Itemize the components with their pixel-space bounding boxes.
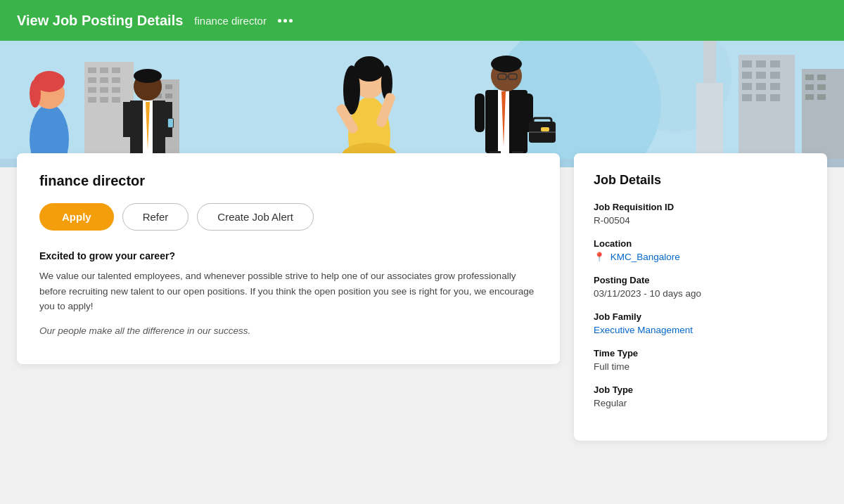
requisition-id-item: Job Requisition ID R-00504 [594,202,807,226]
svg-rect-9 [112,77,120,83]
svg-rect-12 [112,87,120,93]
job-family-item: Job Family Executive Management [594,311,807,335]
section-heading: Excited to grow your career? [39,250,537,261]
svg-rect-6 [112,67,120,73]
svg-rect-37 [756,94,766,101]
job-description-panel: finance director Apply Refer Create Job … [17,153,560,364]
time-type-label: Time Type [594,348,807,358]
svg-point-51 [30,79,41,108]
section-italic-text: Our people make all the difference in ou… [39,325,537,336]
svg-rect-35 [770,83,780,90]
svg-rect-83 [475,93,485,132]
svg-rect-29 [770,60,780,67]
svg-rect-36 [742,94,752,101]
posting-date-value: 03/11/2023 - 10 days ago [594,288,807,299]
header-subtitle: finance director [194,15,267,27]
location-pin-icon: 📍 [594,252,605,262]
svg-rect-13 [88,97,96,103]
dot-icon [278,19,281,22]
svg-rect-59 [123,102,132,137]
svg-rect-40 [805,75,814,80]
time-type-item: Time Type Full time [594,348,807,372]
time-type-value: Full time [594,361,807,372]
svg-rect-15 [112,97,120,103]
svg-rect-22 [165,93,172,98]
svg-rect-31 [756,72,766,79]
job-type-label: Job Type [594,385,807,395]
requisition-id-label: Job Requisition ID [594,202,807,212]
svg-rect-39 [802,69,844,167]
job-family-link[interactable]: Executive Management [594,325,693,335]
main-content: finance director Apply Refer Create Job … [0,153,844,458]
svg-rect-4 [88,67,96,73]
svg-point-58 [134,69,162,83]
svg-rect-14 [100,97,108,103]
svg-rect-10 [88,87,96,93]
location-item: Location 📍 KMC_Bangalore [594,238,807,262]
section-body-text: We value our talented employees, and whe… [39,269,537,314]
job-family-label: Job Family [594,311,807,322]
svg-rect-28 [756,60,766,67]
job-title: finance director [39,173,537,189]
svg-rect-7 [88,77,96,83]
svg-rect-11 [100,87,108,93]
svg-rect-62 [168,119,173,127]
requisition-id-value: R-00504 [594,215,807,226]
job-family-value: Executive Management [594,325,807,335]
svg-rect-45 [817,94,826,100]
dot-icon [283,19,287,22]
svg-rect-30 [742,72,752,79]
banner-illustration [0,41,844,167]
location-label: Location [594,238,807,249]
page-header: View Job Posting Details finance directo… [0,0,844,41]
svg-rect-42 [805,84,814,90]
posting-date-item: Posting Date 03/11/2023 - 10 days ago [594,275,807,299]
location-link[interactable]: KMC_Bangalore [610,252,680,262]
svg-rect-44 [805,94,814,100]
dot-icon [289,19,293,22]
job-type-item: Job Type Regular [594,385,807,408]
svg-point-79 [491,56,522,72]
apply-button[interactable]: Apply [39,203,114,231]
posting-date-label: Posting Date [594,275,807,285]
svg-rect-5 [100,67,108,73]
svg-rect-33 [742,83,752,90]
svg-rect-8 [100,77,108,83]
action-buttons-group: Apply Refer Create Job Alert [39,203,537,231]
svg-rect-32 [770,72,780,79]
location-value: 📍 KMC_Bangalore [594,252,807,262]
job-details-panel: Job Details Job Requisition ID R-00504 L… [574,153,827,441]
svg-rect-34 [756,83,766,90]
svg-rect-27 [742,60,752,67]
svg-rect-38 [770,94,780,101]
svg-rect-41 [817,75,826,80]
svg-rect-19 [165,84,172,89]
refer-button[interactable]: Refer [122,203,189,231]
job-details-title: Job Details [594,173,807,188]
more-options-button[interactable] [278,19,293,22]
create-job-alert-button[interactable]: Create Job Alert [197,203,314,231]
svg-rect-88 [541,127,549,131]
svg-rect-43 [817,84,826,90]
page-title: View Job Posting Details [17,13,183,29]
job-type-value: Regular [594,398,807,408]
